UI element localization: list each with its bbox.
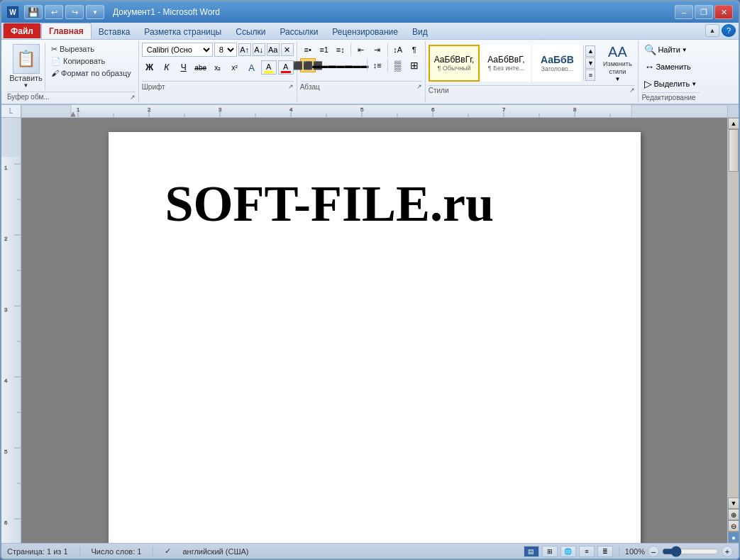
italic-button[interactable]: К <box>159 60 175 75</box>
copy-button[interactable]: 📄 Копировать <box>50 56 133 67</box>
find-icon: 🔍 <box>644 44 656 55</box>
svg-text:5: 5 <box>4 449 8 455</box>
font-row1: Calibri (Осно 8 A↑ A↓ Aa ✕ <box>142 43 294 57</box>
style-no-spacing[interactable]: АаБбВвГ, ¶ Без инте... <box>481 45 531 82</box>
redo-quick-btn[interactable]: ↪ <box>65 5 84 19</box>
clear-format-btn[interactable]: ✕ <box>281 43 294 56</box>
scroll-track[interactable] <box>728 129 739 498</box>
web-layout-btn[interactable]: 🌐 <box>560 546 576 557</box>
quick-access-dropdown[interactable]: ▼ <box>86 5 104 19</box>
scroll-prev-page[interactable]: ⊖ <box>728 520 739 532</box>
bold-button[interactable]: Ж <box>142 60 158 75</box>
styles-scroll-buttons: ▲ ▼ ≡ <box>583 45 595 81</box>
editing-group-label: Редактирование <box>641 94 695 101</box>
full-screen-btn[interactable]: ⊞ <box>542 546 558 557</box>
page-info: Страница: 1 из 1 <box>7 547 68 556</box>
para-group-footer: Абзац ↗ <box>300 81 422 91</box>
style-normal[interactable]: АаБбВвГг, ¶ Обычный <box>429 45 480 82</box>
restore-button[interactable]: ❐ <box>695 5 713 19</box>
document-text[interactable]: SOFT-FILE.ru <box>165 175 584 234</box>
help-button[interactable]: ? <box>722 24 736 37</box>
select-browse-object[interactable]: ● <box>728 532 739 543</box>
line-spacing-btn[interactable]: ↕≡ <box>370 58 385 72</box>
font-name-select[interactable]: Calibri (Осно <box>142 43 213 57</box>
bullet-list-btn[interactable]: ≡• <box>300 43 316 57</box>
close-button[interactable]: ✕ <box>714 5 733 19</box>
zoom-in-button[interactable]: + <box>722 546 733 557</box>
highlight-color-btn[interactable]: A <box>261 60 277 75</box>
para-group-label: Абзац <box>300 83 320 91</box>
numbered-list-btn[interactable]: ≡1 <box>316 43 332 57</box>
font-expander-icon[interactable]: ↗ <box>288 83 294 90</box>
find-dropdown[interactable]: ▼ <box>682 47 687 53</box>
increase-indent-btn[interactable]: ⇥ <box>370 43 385 57</box>
ribbon-minimize-btn[interactable]: ▲ <box>705 24 719 37</box>
replace-button[interactable]: ↔ Заменить <box>641 60 693 74</box>
svg-text:1: 1 <box>77 106 80 113</box>
subscript-button[interactable]: x₂ <box>210 60 226 75</box>
scroll-thumb[interactable] <box>729 129 739 172</box>
font-case-btn[interactable]: Aa <box>267 43 280 56</box>
underline-button[interactable]: Ч <box>176 60 192 75</box>
tab-insert[interactable]: Вставка <box>92 24 138 39</box>
styles-group-footer: Стили ↗ <box>429 85 636 94</box>
scroll-up-button[interactable]: ▲ <box>728 118 739 129</box>
clipboard-expander-icon[interactable]: ↗ <box>130 94 136 101</box>
styles-expander-icon[interactable]: ↗ <box>629 87 635 94</box>
justify-btn[interactable]: ▬▬▬ <box>349 58 365 72</box>
format-painter-button[interactable]: 🖌 Формат по образцу <box>50 68 133 78</box>
strikethrough-button[interactable]: abe <box>193 60 209 75</box>
scroll-down-button[interactable]: ▼ <box>728 498 739 509</box>
decrease-indent-btn[interactable]: ⇤ <box>353 43 369 57</box>
select-dropdown[interactable]: ▼ <box>691 81 697 87</box>
shading-btn[interactable]: ▒ <box>390 58 406 72</box>
tab-review[interactable]: Рецензирование <box>325 24 405 39</box>
multilevel-list-btn[interactable]: ≡↕ <box>333 43 348 57</box>
tab-mailings[interactable]: Рассылки <box>272 24 325 39</box>
zoom-out-button[interactable]: – <box>648 546 659 557</box>
tab-file[interactable]: Файл <box>3 23 41 39</box>
styles-scroll-up[interactable]: ▲ <box>585 45 595 57</box>
styles-scroll-down[interactable]: ▼ <box>585 57 595 69</box>
text-effects-btn[interactable]: A <box>244 60 260 75</box>
font-size-increase-btn[interactable]: A↑ <box>238 43 251 56</box>
font-row2: Ж К Ч abe x₂ x² A A A <box>142 60 294 75</box>
tab-layout[interactable]: Разметка страницы <box>137 24 228 39</box>
change-styles-button[interactable]: AA Изменитьстили ▼ <box>600 43 635 84</box>
tab-view[interactable]: Вид <box>405 24 435 39</box>
paste-dropdown-icon[interactable]: ▼ <box>23 82 29 89</box>
page-content[interactable]: SOFT-FILE.ru <box>109 132 641 543</box>
tab-references[interactable]: Ссылки <box>228 24 272 39</box>
minimize-button[interactable]: – <box>675 5 693 19</box>
print-layout-btn[interactable]: ▤ <box>524 546 539 557</box>
corner-box[interactable]: L <box>1 105 21 118</box>
sort-btn[interactable]: ↕A <box>390 43 406 57</box>
horizontal-ruler: 1 2 3 4 5 6 7 8 <box>21 105 727 118</box>
change-styles-dropdown[interactable]: ▼ <box>614 76 620 82</box>
replace-label: Заменить <box>656 62 690 71</box>
borders-btn[interactable]: ⊞ <box>407 58 422 72</box>
outline-btn[interactable]: ≡ <box>579 546 595 557</box>
font-color-btn[interactable]: A <box>278 60 294 75</box>
zoom-slider[interactable] <box>662 547 719 556</box>
paste-button[interactable]: 📋 Вставить ▼ <box>7 43 45 90</box>
find-button[interactable]: 🔍 Найти ▼ <box>641 43 690 57</box>
superscript-button[interactable]: x² <box>227 60 243 75</box>
font-size-select[interactable]: 8 <box>214 43 237 57</box>
styles-more[interactable]: ≡ <box>585 70 595 81</box>
style-heading1-preview: АаБбВ <box>541 54 574 65</box>
undo-quick-btn[interactable]: ↩ <box>45 5 63 19</box>
save-quick-btn[interactable]: 💾 <box>24 5 43 19</box>
style-heading1[interactable]: АаБбВ Заголово... <box>532 45 582 82</box>
cut-button[interactable]: ✂ Вырезать <box>50 44 133 55</box>
font-size-decrease-btn[interactable]: A↓ <box>253 43 265 56</box>
draft-btn[interactable]: ≣ <box>597 546 613 557</box>
select-button[interactable]: ▷ Выделить ▼ <box>641 77 700 91</box>
main-window: W 💾 ↩ ↪ ▼ Документ1 - Microsoft Word – ❐… <box>0 0 740 560</box>
tab-home[interactable]: Главная <box>41 23 92 39</box>
language[interactable]: английский (США) <box>182 547 248 556</box>
svg-rect-0 <box>21 105 727 118</box>
para-expander-icon[interactable]: ↗ <box>416 83 422 90</box>
pilcrow-btn[interactable]: ¶ <box>407 43 422 57</box>
scroll-next-page[interactable]: ⊕ <box>728 509 739 520</box>
